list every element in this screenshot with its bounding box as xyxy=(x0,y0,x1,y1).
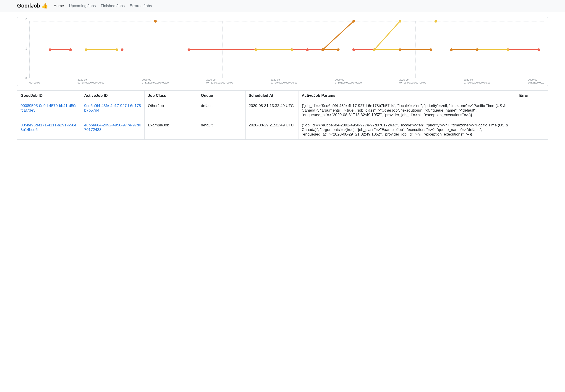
chart-point xyxy=(373,48,376,51)
th-goodjob-id: GoodJob ID xyxy=(17,91,81,101)
job-class-cell: OtherJob xyxy=(145,101,198,120)
job-class-cell: ExampleJob xyxy=(145,120,198,140)
error-cell xyxy=(516,101,548,120)
table-row: 00089595-0e0d-4570-bb41-d50efcaf73e39cd6… xyxy=(17,101,548,120)
chart-point xyxy=(69,48,72,51)
chart-point xyxy=(352,48,355,51)
y-tick: 0 xyxy=(25,77,27,80)
y-tick: 1 xyxy=(25,47,27,50)
table-row: 005be93d-f171-4111-a291-656e3b14bce6e8bb… xyxy=(17,120,548,140)
goodjob-id-link[interactable]: 00089595-0e0d-4570-bb41-d50efcaf73e3 xyxy=(21,104,78,112)
chart-point xyxy=(121,48,124,51)
activejob-id-link[interactable]: 9cd6b9f4-43fe-4b17-927d-6e178b7b57d4 xyxy=(84,104,141,112)
x-tick: 2020-09-07T21:00:00.000+00:00 xyxy=(29,78,45,84)
x-tick: 2020-09-07T00:00:00.000+00:00 xyxy=(464,78,496,84)
brand[interactable]: GoodJob 👍 xyxy=(17,3,48,9)
params-cell: {"job_id"=>"e8bbe684-2092-4950-977e-97d0… xyxy=(298,120,516,140)
scheduled-at-cell: 2020-08-29 21:32:49 UTC xyxy=(245,120,298,140)
chart-point xyxy=(291,48,293,51)
chart-point xyxy=(154,20,157,23)
queue-cell: default xyxy=(198,101,245,120)
x-axis: 2020-09-07T21:00:00.000+00:002020-09-07T… xyxy=(29,78,544,85)
goodjob-id-link[interactable]: 005be93d-f171-4111-a291-656e3b14bce6 xyxy=(17,120,81,140)
nav-upcoming[interactable]: Upcoming Jobs xyxy=(69,4,96,8)
th-error: Error xyxy=(516,91,548,101)
navbar: GoodJob 👍 Home Upcoming Jobs Finished Jo… xyxy=(0,0,565,12)
x-tick: 2020-09-07T15:00:00.000+00:00 xyxy=(142,78,174,84)
chart-area: 012 2020-09-07T21:00:00.000+00:002020-09… xyxy=(20,19,545,85)
th-params: ActiveJob Params xyxy=(298,91,516,101)
th-job-class: Job Class xyxy=(145,91,198,101)
x-tick: 2020-09-07T18:00:00.000+00:00 xyxy=(78,78,110,84)
chart-point xyxy=(429,48,432,51)
chart-point xyxy=(352,20,355,23)
chart-point xyxy=(254,48,257,51)
chart-point xyxy=(537,48,540,51)
y-axis: 012 xyxy=(20,19,28,78)
table-header-row: GoodJob ID ActiveJob ID Job Class Queue … xyxy=(17,91,548,101)
th-queue: Queue xyxy=(198,91,245,101)
goodjob-id-link[interactable]: 005be93d-f171-4111-a291-656e3b14bce6 xyxy=(21,123,76,132)
params-cell: {"job_id"=>"9cd6b9f4-43fe-4b17-927d-6e17… xyxy=(298,101,516,120)
goodjob-id-link[interactable]: 00089595-0e0d-4570-bb41-d50efcaf73e3 xyxy=(17,101,81,120)
chart-point xyxy=(306,48,309,51)
thumbs-up-icon: 👍 xyxy=(42,3,48,9)
nav-home[interactable]: Home xyxy=(54,4,64,8)
scheduled-at-cell: 2020-08-31 13:32:49 UTC xyxy=(245,101,298,120)
nav-finished[interactable]: Finished Jobs xyxy=(101,4,125,8)
chart-point xyxy=(49,48,51,51)
th-activejob-id: ActiveJob ID xyxy=(81,91,145,101)
queue-cell: default xyxy=(198,120,245,140)
nav-errored[interactable]: Errored Jobs xyxy=(130,4,152,8)
x-tick: 2020-09-07T03:00:00.000+00:00 xyxy=(399,78,431,84)
chart-point xyxy=(507,48,509,51)
y-tick: 2 xyxy=(25,17,27,21)
jobs-chart: 012 2020-09-07T21:00:00.000+00:002020-09… xyxy=(17,17,548,86)
chart-point xyxy=(476,48,479,51)
error-cell xyxy=(516,120,548,140)
jobs-table: GoodJob ID ActiveJob ID Job Class Queue … xyxy=(17,90,548,140)
x-tick: 2020-09-07T12:00:00.000+00:00 xyxy=(206,78,238,84)
plot-area xyxy=(29,21,544,78)
x-tick: 2020-09-06T21:00:00.000+00:00 xyxy=(528,78,544,84)
chart-point xyxy=(399,20,401,23)
activejob-id-link[interactable]: 9cd6b9f4-43fe-4b17-927d-6e178b7b57d4 xyxy=(81,101,145,120)
th-scheduled-at: Scheduled At xyxy=(245,91,298,101)
activejob-id-link[interactable]: e8bbe684-2092-4950-977e-97d070172433 xyxy=(81,120,145,140)
activejob-id-link[interactable]: e8bbe684-2092-4950-977e-97d070172433 xyxy=(84,123,141,132)
brand-name: GoodJob xyxy=(17,3,40,9)
chart-point xyxy=(321,48,324,51)
chart-point xyxy=(188,48,190,51)
chart-point xyxy=(115,48,118,51)
table-body: 00089595-0e0d-4570-bb41-d50efcaf73e39cd6… xyxy=(17,101,548,140)
chart-point xyxy=(450,48,453,51)
x-tick: 2020-09-07T09:00:00.000+00:00 xyxy=(271,78,303,84)
chart-point xyxy=(399,48,401,51)
chart-point xyxy=(337,48,339,51)
nav-links: Home Upcoming Jobs Finished Jobs Errored… xyxy=(54,4,152,8)
chart-point xyxy=(85,48,87,51)
x-tick: 2020-09-07T06:00:00.000+00:00 xyxy=(335,78,367,84)
chart-point xyxy=(435,20,437,23)
